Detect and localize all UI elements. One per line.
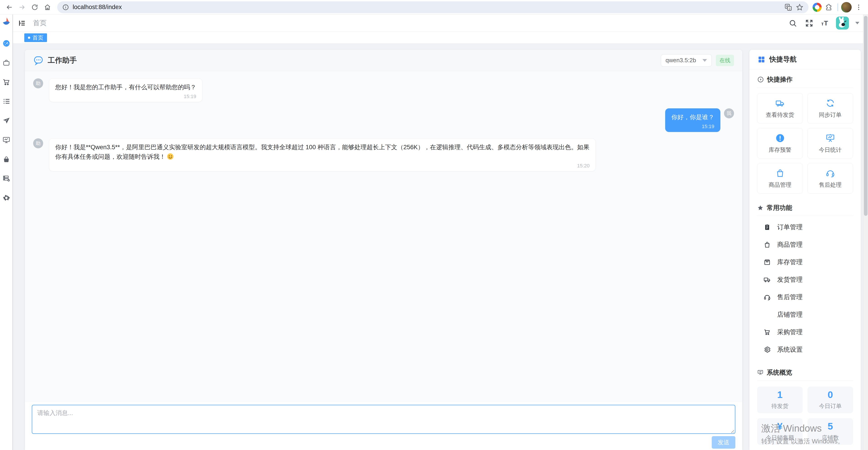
menu-dots-icon[interactable] — [853, 2, 864, 13]
sidebar-item-monitor-chart[interactable] — [0, 130, 13, 149]
section-title: 常用功能 — [767, 204, 792, 212]
quick-op-inventory-alert[interactable]: 库存预警 — [757, 128, 803, 158]
star-icon — [757, 205, 764, 211]
tab-home[interactable]: 首页 — [24, 33, 47, 42]
chat-title: 工作助手 — [48, 55, 77, 65]
extension-ring-icon[interactable] — [813, 3, 822, 12]
message-assistant-2: 助 你好！我是**Qwen3.5**，是阿里巴巴通义实验室研发的超大规模语言模型… — [33, 138, 734, 172]
back-icon[interactable] — [4, 2, 15, 13]
message-input[interactable] — [32, 405, 735, 434]
fn-item-system-settings[interactable]: 系统设置 — [757, 341, 853, 358]
message-text: 你好！我是**Qwen3.5**，是阿里巴巴通义实验室研发的超大规模语言模型。我… — [55, 143, 590, 162]
sidebar-item-server-gear[interactable] — [0, 169, 13, 188]
sidebar-item-list[interactable] — [0, 92, 13, 111]
quick-op-after-sales[interactable]: 售后处理 — [807, 163, 853, 193]
home-icon[interactable] — [42, 2, 53, 13]
extensions-puzzle-icon[interactable] — [823, 2, 834, 13]
quick-op-today-stats[interactable]: 今日统计 — [807, 128, 853, 158]
sidebar-item-gear[interactable] — [0, 188, 13, 207]
search-icon[interactable] — [788, 19, 797, 28]
sidebar-item-dashboard[interactable] — [0, 34, 13, 53]
fullscreen-icon[interactable] — [805, 19, 813, 28]
model-select[interactable]: qwen3.5:2b — [661, 54, 712, 66]
tab-home-label: 首页 — [32, 34, 43, 41]
model-select-value: qwen3.5:2b — [665, 57, 696, 64]
stat-today-sales: ¥ 今日销售额 — [757, 418, 803, 445]
profile-avatar[interactable] — [841, 2, 851, 12]
fn-item-purchase-management[interactable]: 采购管理 — [757, 323, 853, 341]
chat-panel: 工作助手 qwen3.5:2b 在线 助 您好！我是您的工作助手，有什么可以帮助… — [25, 50, 742, 450]
message-time: 15:19 — [55, 94, 196, 99]
sidebar-item-briefcase[interactable] — [0, 53, 13, 72]
section-quick-ops: 快捷操作 — [757, 75, 853, 88]
quick-nav-header: 快捷导航 — [749, 50, 861, 69]
url-text[interactable]: localhost:88/index — [73, 4, 781, 11]
assistant-avatar: 助 — [33, 138, 43, 148]
quick-op-product-management[interactable]: 商品管理 — [757, 163, 803, 193]
sidebar-item-send[interactable] — [0, 111, 13, 130]
lightning-circle-icon — [757, 76, 764, 83]
app-logo[interactable] — [2, 17, 11, 30]
app-header: 首页 тT — [13, 14, 868, 32]
quick-nav-title: 快捷导航 — [769, 55, 797, 64]
chat-input-zone: 发送 — [25, 402, 742, 450]
dropdown-caret-icon[interactable] — [855, 22, 859, 24]
active-dot-icon — [28, 36, 30, 39]
send-button[interactable]: 发送 — [712, 436, 735, 449]
truck-icon — [775, 98, 785, 108]
cart-icon — [764, 328, 771, 336]
sidebar-item-bag[interactable] — [0, 149, 13, 169]
fn-item-order-management[interactable]: 订单管理 — [757, 218, 853, 236]
message-bubble: 您好！我是您的工作助手，有什么可以帮助您的吗？ 15:19 — [49, 78, 203, 102]
function-list: 订单管理 商品管理 库存管理 发货管理 售后管理 — [757, 218, 853, 358]
fn-item-inventory-management[interactable]: 库存管理 — [757, 253, 853, 271]
message-bubble: 你好，你是谁？ 15:19 — [665, 108, 720, 132]
fn-item-shipping-management[interactable]: 发货管理 — [757, 271, 853, 288]
truck-icon — [764, 276, 771, 283]
headset-icon — [764, 294, 771, 301]
reload-icon[interactable] — [29, 2, 40, 13]
scrollbar-thumb[interactable] — [864, 16, 868, 216]
site-info-icon[interactable] — [62, 4, 69, 11]
chat-header: 工作助手 qwen3.5:2b 在线 — [25, 50, 742, 71]
missing-icon — [764, 311, 771, 318]
tag-bar: 首页 — [13, 32, 868, 43]
stat-pending-shipment: 1 待发货 — [757, 387, 803, 413]
shopping-bag-icon — [764, 241, 771, 248]
stats-board-icon — [826, 133, 835, 143]
grid-icon — [757, 56, 765, 63]
assistant-avatar: 助 — [33, 78, 43, 88]
quick-op-pending-shipment[interactable]: 查看待发货 — [757, 93, 803, 124]
section-system-overview: 系统概览 — [757, 368, 853, 381]
presentation-icon — [757, 369, 764, 376]
breadcrumb[interactable]: 首页 — [33, 19, 46, 28]
quick-op-sync-orders[interactable]: 同步订单 — [807, 93, 853, 124]
stats-grid: 1 待发货 0 今日订单 ¥ 今日销售额 5 店铺数 — [757, 387, 853, 445]
clipboard-icon — [764, 223, 771, 231]
font-size-icon[interactable]: тT — [821, 19, 828, 27]
section-title: 快捷操作 — [767, 75, 793, 84]
url-bar[interactable]: localhost:88/index G 文 — [57, 1, 808, 13]
message-bubble: 你好！我是**Qwen3.5**，是阿里巴巴通义实验室研发的超大规模语言模型。我… — [49, 138, 596, 172]
section-title: 系统概览 — [767, 368, 792, 377]
fold-menu-icon[interactable] — [18, 19, 26, 27]
message-user-1: 你好，你是谁？ 15:19 我 — [33, 108, 734, 132]
message-list: 助 您好！我是您的工作助手，有什么可以帮助您的吗？ 15:19 你好，你是谁？ … — [25, 71, 742, 402]
page-scrollbar[interactable] — [863, 14, 868, 450]
fn-item-shop-management[interactable]: 店铺管理 — [757, 306, 853, 323]
forward-icon[interactable] — [17, 2, 28, 13]
message-assistant-1: 助 您好！我是您的工作助手，有什么可以帮助您的吗？ 15:19 — [33, 78, 734, 102]
message-time: 15:20 — [55, 163, 590, 169]
user-avatar[interactable] — [836, 17, 849, 30]
browser-toolbar: localhost:88/index G 文 — [0, 0, 868, 14]
main-content: 工作助手 qwen3.5:2b 在线 助 您好！我是您的工作助手，有什么可以帮助… — [13, 43, 863, 450]
fn-item-after-sales-management[interactable]: 售后管理 — [757, 288, 853, 306]
translate-icon[interactable]: G 文 — [784, 3, 792, 11]
user-avatar-bubble: 我 — [724, 108, 734, 118]
sidebar-item-cart[interactable] — [0, 72, 13, 92]
package-icon — [764, 259, 771, 266]
fn-item-product-management[interactable]: 商品管理 — [757, 236, 853, 253]
bookmark-star-icon[interactable] — [796, 3, 804, 11]
quick-nav-panel: 快捷导航 快捷操作 查看待发货 同步订单 — [749, 50, 861, 450]
headset-icon — [826, 168, 835, 178]
